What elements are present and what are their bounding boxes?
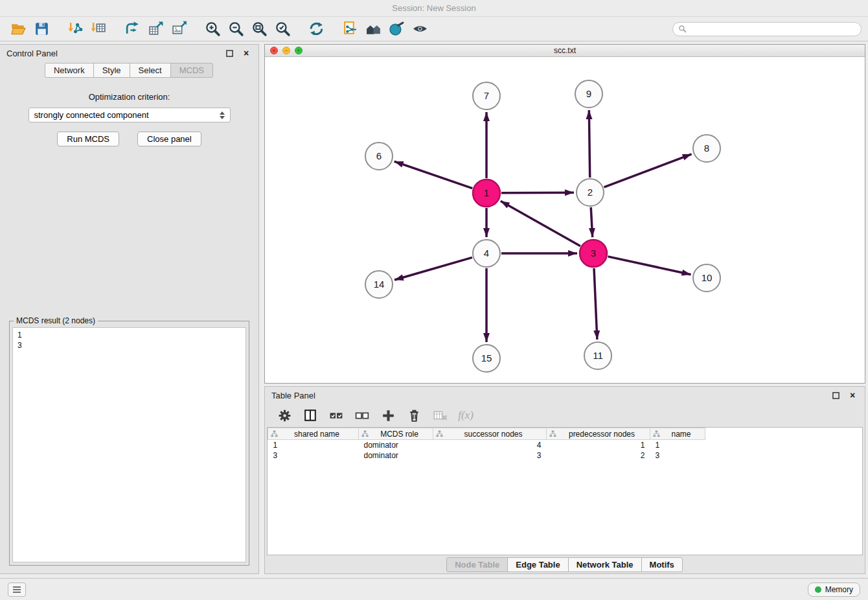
zoom-window-button[interactable]: + <box>295 47 303 54</box>
graph-node[interactable]: 10 <box>693 264 720 292</box>
graph-node[interactable]: 4 <box>473 240 500 267</box>
search-input[interactable] <box>687 24 856 34</box>
column-header[interactable]: successor nodes <box>433 428 547 440</box>
tab-style[interactable]: Style <box>93 63 130 78</box>
graph-edge[interactable] <box>594 268 597 340</box>
node-table-container[interactable]: shared nameMCDS rolesuccessor nodesprede… <box>267 427 863 555</box>
table-row[interactable]: 3dominator323 <box>268 450 705 461</box>
mcds-buttons-row: Run MCDS Close panel <box>0 132 258 146</box>
zoom-out-icon <box>228 21 244 37</box>
tab-edge-table[interactable]: Edge Table <box>507 557 568 572</box>
memory-button[interactable]: Memory <box>808 583 860 597</box>
column-header[interactable]: name <box>650 428 705 440</box>
new-network-from-selection-button[interactable] <box>120 19 144 39</box>
graph-edge[interactable] <box>591 207 592 237</box>
zoom-out-button[interactable] <box>224 19 247 39</box>
column-header[interactable]: predecessor nodes <box>547 428 650 440</box>
run-mcds-button[interactable]: Run MCDS <box>57 132 119 146</box>
graph-node[interactable]: 14 <box>365 271 393 298</box>
unchecked-boxes-icon <box>354 408 371 424</box>
control-panel-close-button[interactable]: × <box>240 47 252 59</box>
task-history-button[interactable] <box>8 583 26 597</box>
mcds-result-list[interactable]: 13 <box>12 327 246 562</box>
tab-network-table[interactable]: Network Table <box>568 557 642 572</box>
graph-node[interactable]: 2 <box>577 179 604 206</box>
tab-mcds[interactable]: MCDS <box>170 63 213 78</box>
function-builder-button: f(x) <box>457 406 475 425</box>
copy-network-button[interactable] <box>338 19 361 39</box>
show-column-panel-button[interactable] <box>301 406 319 425</box>
graph-node-label: 10 <box>702 272 713 283</box>
import-table-button[interactable] <box>87 19 110 39</box>
graph-edge[interactable] <box>608 257 691 275</box>
graph-node[interactable]: 7 <box>473 82 500 110</box>
export-table-button[interactable] <box>144 19 167 39</box>
table-panel-close-button[interactable]: × <box>847 389 858 401</box>
network-canvas[interactable]: 7968124314101511 <box>265 57 865 383</box>
export-image-button[interactable] <box>167 19 190 39</box>
graph-edge[interactable] <box>604 154 692 187</box>
import-network-button[interactable] <box>63 19 87 39</box>
graph-node[interactable]: 6 <box>365 143 393 170</box>
network-panel: × − + scc.txt 7968124314101511 <box>264 44 865 384</box>
table-cell: 1 <box>547 440 650 450</box>
network-window-titlebar[interactable]: × − + scc.txt <box>265 45 865 57</box>
columns-icon <box>303 408 319 424</box>
graph-edge[interactable] <box>394 257 472 280</box>
search-box[interactable] <box>672 22 862 36</box>
tab-select[interactable]: Select <box>130 63 171 78</box>
apply-layout-button[interactable] <box>304 19 328 39</box>
column-header-label: MCDS role <box>369 430 430 439</box>
apply-style-button[interactable] <box>385 19 408 39</box>
zoom-selected-icon <box>275 21 291 37</box>
close-panel-button[interactable]: Close panel <box>137 132 201 146</box>
close-window-button[interactable]: × <box>270 47 278 54</box>
optimization-criterion-label: Optimization criterion: <box>0 92 258 102</box>
window-titlebar: Session: New Session <box>0 0 868 17</box>
control-panel: Control Panel × Network Style Select MCD… <box>0 44 259 574</box>
style-sphere-icon <box>389 21 405 37</box>
zoom-selected-button[interactable] <box>271 19 294 39</box>
column-sort-icon <box>271 430 278 437</box>
tab-motifs[interactable]: Motifs <box>641 557 683 572</box>
graph-node[interactable]: 9 <box>575 80 602 108</box>
table-row[interactable]: 1dominator411 <box>268 440 705 450</box>
network-overview-button[interactable] <box>361 19 385 39</box>
graph-edge[interactable] <box>589 110 589 178</box>
table-toolbar: f(x) <box>265 404 865 427</box>
toggle-visibility-button[interactable] <box>408 19 431 39</box>
deselect-all-rows-button[interactable] <box>353 406 371 425</box>
table-cell: 3 <box>433 450 547 461</box>
column-header[interactable]: shared name <box>268 428 359 440</box>
open-file-button[interactable] <box>6 19 30 39</box>
graph-edge[interactable] <box>394 161 473 188</box>
graph-node-label: 11 <box>593 350 603 361</box>
zoom-fit-icon <box>251 21 268 37</box>
tab-network[interactable]: Network <box>45 63 94 78</box>
table-panel-float-button[interactable] <box>830 389 841 401</box>
save-session-button[interactable] <box>30 19 53 39</box>
graph-edge[interactable] <box>501 192 574 193</box>
column-header[interactable]: MCDS role <box>359 428 433 440</box>
status-bar: Memory <box>0 578 868 600</box>
zoom-fit-button[interactable] <box>247 19 271 39</box>
column-header-label: name <box>660 430 702 439</box>
minimize-window-button[interactable]: − <box>282 47 290 54</box>
graph-node[interactable]: 1 <box>473 179 500 207</box>
graph-edge[interactable] <box>501 201 580 246</box>
graph-node[interactable]: 8 <box>693 135 720 162</box>
graph-node[interactable]: 11 <box>584 342 611 369</box>
select-all-rows-button[interactable] <box>327 406 345 425</box>
table-settings-button[interactable] <box>275 406 293 425</box>
gear-icon <box>277 408 293 424</box>
graph-node[interactable]: 15 <box>473 345 500 372</box>
tab-node-table[interactable]: Node Table <box>446 557 508 572</box>
delete-column-button[interactable] <box>405 406 423 425</box>
add-column-button[interactable] <box>379 406 397 425</box>
checked-boxes-icon <box>328 408 345 424</box>
zoom-in-button[interactable] <box>201 19 224 39</box>
control-panel-float-button[interactable] <box>223 47 235 59</box>
save-icon <box>34 21 50 37</box>
graph-node[interactable]: 3 <box>580 240 607 267</box>
optimization-criterion-select[interactable]: strongly connected component <box>29 108 231 122</box>
